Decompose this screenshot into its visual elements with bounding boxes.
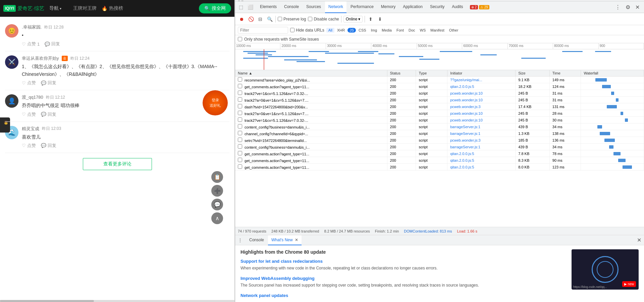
disable-cache-checkbox[interactable]: Disable cache xyxy=(308,17,339,21)
tab-audits[interactable]: Audits xyxy=(448,1,466,13)
table-row[interactable]: track2?a=0&ve=1&cv=5.1.126&sv=7.... 200 … xyxy=(235,97,644,103)
row-checkbox[interactable] xyxy=(238,111,242,115)
row-checkbox[interactable] xyxy=(238,91,242,95)
reply-button[interactable]: 💬 回复 xyxy=(41,111,56,117)
hide-data-urls-checkbox[interactable]: Hide data URLs xyxy=(290,28,324,33)
throttle-select[interactable]: Online ▾ xyxy=(343,16,363,22)
row-checkbox[interactable] xyxy=(238,151,242,155)
initiator-link[interactable]: pcweb.wonder.js:3 xyxy=(450,105,481,109)
col-header-size[interactable]: Size xyxy=(516,70,550,77)
tab-sources[interactable]: Sources xyxy=(303,1,324,13)
col-header-time[interactable]: Time xyxy=(549,70,581,77)
initiator-link[interactable]: pcweb.wonder.js:10 xyxy=(450,118,483,122)
side-bar-item-label[interactable]: 助力榜 xyxy=(0,127,10,133)
filter-ws[interactable]: WS xyxy=(418,28,428,33)
like-button[interactable]: ♡ 点赞 xyxy=(22,111,36,117)
promo-image[interactable]: 登录送好礼 xyxy=(203,90,228,115)
initiator-link[interactable]: barrageServer.js:1 xyxy=(450,125,480,129)
hot-link-2[interactable]: 🔥 热搜榜 xyxy=(102,5,123,11)
disable-cache-input[interactable] xyxy=(308,17,312,21)
filter-manifest[interactable]: Manifest xyxy=(428,28,446,33)
clear-button[interactable]: 🚫 xyxy=(247,15,255,23)
table-row[interactable]: get_comments.action?agent_type=11... 200… xyxy=(235,164,644,170)
row-checkbox[interactable] xyxy=(238,97,242,102)
export-button[interactable]: ⬇ xyxy=(376,15,384,23)
initiator-link[interactable]: pcweb.wonder.js:10 xyxy=(450,91,483,95)
table-row[interactable]: dash?tvid=15472264800&bid=200&v... 200 s… xyxy=(235,103,644,110)
initiator-link[interactable]: ??gaze/uniqy/mai... xyxy=(450,78,482,82)
video-play-button[interactable]: ▶ new xyxy=(622,281,636,287)
filter-all[interactable]: All xyxy=(326,28,334,33)
samesite-checkbox[interactable] xyxy=(238,37,242,41)
like-button[interactable]: ♡ 点赞1 xyxy=(22,41,40,47)
bottom-menu-icon[interactable]: ⋮ xyxy=(238,238,243,243)
settings-icon[interactable]: ⚙ xyxy=(624,3,632,11)
initiator-link[interactable]: barrageServer.js:1 xyxy=(450,132,480,136)
filter-img[interactable]: Img xyxy=(369,28,379,33)
search-button[interactable]: 🔍 搜全网 xyxy=(199,3,231,13)
row-checkbox[interactable] xyxy=(238,84,242,88)
tab-performance[interactable]: Performance xyxy=(347,1,377,13)
whats-new-video[interactable]: ▶ new https://blog.csdn.net/qq... xyxy=(572,249,639,290)
import-button[interactable]: ⬆ xyxy=(367,15,374,23)
table-row[interactable]: track2?ve=1&cv=5.1.126&sv=7.0.32-... 200… xyxy=(235,90,644,97)
close-whatsnew[interactable]: ✕ xyxy=(295,238,298,242)
filter-js[interactable]: JS xyxy=(347,28,356,33)
row-checkbox[interactable] xyxy=(238,104,242,108)
hot-link-1[interactable]: 王牌对王牌 xyxy=(73,5,97,11)
initiator-link[interactable]: qitan.2.0.0.js:5 xyxy=(450,165,474,169)
tab-network[interactable]: Network xyxy=(325,1,346,13)
col-header-name[interactable]: Name ▲ xyxy=(235,70,387,77)
row-checkbox[interactable] xyxy=(238,158,242,162)
table-row[interactable]: content_config?business=danmu&is_i... 20… xyxy=(235,123,644,130)
row-checkbox[interactable] xyxy=(238,164,242,169)
float-btn-share[interactable]: 📋 xyxy=(211,171,223,183)
tab-console-bottom[interactable]: Console xyxy=(246,235,267,245)
table-row[interactable]: content_config?business=danmu&is_i... 20… xyxy=(235,144,644,150)
load-more-button[interactable]: 查看更多评论 xyxy=(83,158,152,170)
row-checkbox[interactable] xyxy=(238,138,242,142)
filter-media[interactable]: Media xyxy=(380,28,394,33)
reply-button[interactable]: 💬 回复 xyxy=(45,41,60,47)
col-header-initiator[interactable]: Initiator xyxy=(447,70,516,77)
filter-input[interactable] xyxy=(238,27,288,34)
float-btn-up[interactable]: ∧ xyxy=(211,212,223,224)
preserve-log-input[interactable] xyxy=(278,17,282,21)
float-btn-add[interactable]: ➕ xyxy=(211,185,223,197)
tab-memory[interactable]: Memory xyxy=(378,1,399,13)
filter-toggle-button[interactable]: ⊟ xyxy=(257,15,264,23)
filter-doc[interactable]: Doc xyxy=(407,28,417,33)
table-row[interactable]: get_comments.action?agent_type=11... 200… xyxy=(235,157,644,164)
float-btn-comment[interactable]: 💬 xyxy=(211,199,223,210)
row-checkbox[interactable] xyxy=(238,77,242,82)
table-row[interactable]: get_comments.action?agent_type=11... 200… xyxy=(235,83,644,90)
table-row[interactable]: recommend?area=video_play_p2V&si... 200 … xyxy=(235,77,644,83)
row-checkbox[interactable] xyxy=(238,117,242,122)
horizontal-scrollbar[interactable] xyxy=(0,300,234,302)
nav-button[interactable]: 导航 xyxy=(49,5,61,11)
row-checkbox[interactable] xyxy=(238,144,242,149)
initiator-link[interactable]: barrageServer.js:1 xyxy=(450,145,480,149)
table-row[interactable]: track2?ve=1&cv=5.1.126&sv=7.0.32-... 200… xyxy=(235,117,644,123)
reply-button[interactable]: 💬 回复 xyxy=(41,80,56,86)
table-row[interactable]: channel_config?channelId=6&qypid=... 200… xyxy=(235,130,644,137)
row-checkbox[interactable] xyxy=(238,131,242,135)
col-header-type[interactable]: Type xyxy=(416,70,447,77)
initiator-link[interactable]: pcweb.wonder.js:10 xyxy=(450,98,483,102)
tab-elements[interactable]: Elements xyxy=(257,1,280,13)
tab-whatsnew[interactable]: What's New ✕ xyxy=(268,235,302,245)
responsive-icon[interactable]: ⬜ xyxy=(246,3,254,11)
filter-css[interactable]: CSS xyxy=(357,28,368,33)
record-button[interactable]: ⏺ xyxy=(238,15,245,23)
tab-console[interactable]: Console xyxy=(281,1,302,13)
table-row[interactable]: track2?a=0&ve=1&cv=5.1.126&sv=7.... 200 … xyxy=(235,110,644,117)
filter-xhr[interactable]: XHR xyxy=(335,28,347,33)
initiator-link[interactable]: qitan.2.0.0.js:5 xyxy=(450,158,474,162)
like-button[interactable]: ♡ 点赞 xyxy=(22,80,36,86)
hide-data-urls-input[interactable] xyxy=(290,28,294,32)
tab-application[interactable]: Application xyxy=(399,1,426,13)
filter-font[interactable]: Font xyxy=(394,28,406,33)
preserve-log-checkbox[interactable]: Preserve log xyxy=(278,17,306,21)
initiator-link[interactable]: pcweb.wonder.js:10 xyxy=(450,111,483,115)
reply-button[interactable]: 💬 回复 xyxy=(41,143,56,149)
